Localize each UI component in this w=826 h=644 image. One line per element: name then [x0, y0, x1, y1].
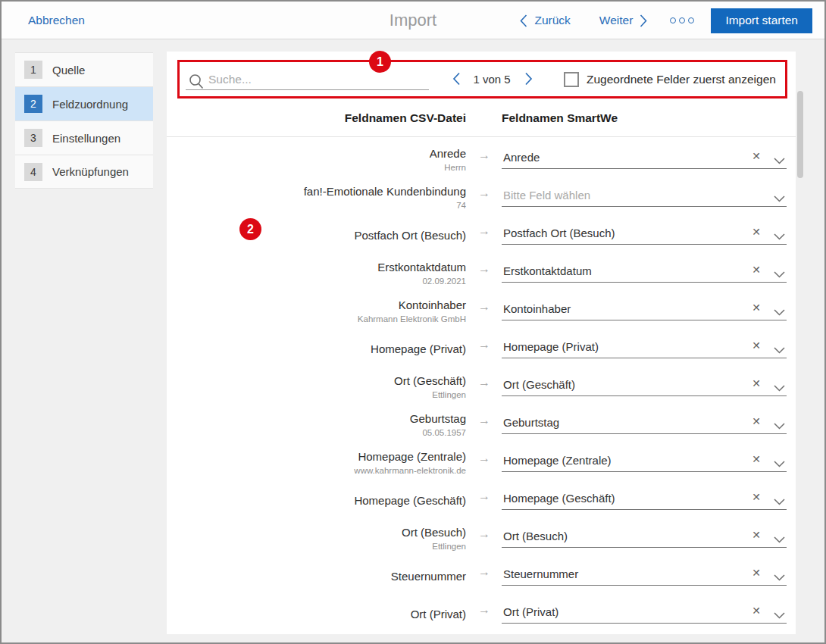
smartwe-field-value: Postfach Ort (Besuch)	[502, 227, 615, 239]
mapping-arrow-icon: →	[472, 603, 496, 617]
csv-field-cell: Homepage (Geschäft)	[182, 483, 466, 517]
mapping-row: Erstkontaktdatum 02.09.2021 → Erstkontak…	[167, 255, 796, 293]
more-options-icon	[670, 17, 676, 23]
csv-sample-value: www.kahrmann-elektronik.de	[354, 464, 466, 477]
mapping-row: Homepage (Geschäft) → Homepage (Geschäft…	[167, 483, 796, 521]
page-previous-button[interactable]	[452, 72, 461, 89]
mapping-arrow-icon: →	[472, 300, 496, 314]
mapping-arrow-icon: →	[472, 527, 496, 541]
chevron-down-icon[interactable]	[774, 571, 785, 584]
start-import-button[interactable]: Import starten	[711, 8, 812, 33]
more-options-icon	[679, 17, 685, 23]
smartwe-field-dropdown[interactable]: Ort (Besuch) ✕	[502, 524, 787, 548]
smartwe-field-value: Homepage (Privat)	[502, 340, 599, 353]
chevron-down-icon[interactable]	[774, 154, 785, 167]
step-label: Verknüpfungen	[52, 165, 129, 178]
mapping-arrow-icon: →	[472, 376, 496, 389]
clear-mapping-icon[interactable]: ✕	[752, 453, 761, 465]
csv-field-name: Ort (Geschäft)	[394, 373, 466, 389]
csv-sample-value: Ettlingen	[432, 540, 466, 552]
column-header-smartwe: Feldnamen SmartWe	[502, 111, 618, 125]
csv-field-cell: Ort (Besuch) Ettlingen	[182, 521, 466, 555]
more-options-button[interactable]	[670, 17, 694, 23]
smartwe-field-dropdown[interactable]: Geburtstag ✕	[502, 411, 787, 434]
clear-mapping-icon[interactable]: ✕	[752, 605, 761, 617]
smartwe-field-dropdown[interactable]: Steuernummer ✕	[502, 562, 787, 586]
clear-mapping-icon[interactable]: ✕	[752, 491, 761, 503]
clear-mapping-icon[interactable]: ✕	[752, 226, 761, 238]
clear-mapping-icon[interactable]: ✕	[752, 150, 761, 162]
scrollbar-thumb[interactable]	[797, 91, 803, 178]
mapping-arrow-icon: →	[472, 489, 496, 503]
chevron-down-icon[interactable]	[774, 343, 785, 357]
import-window: Abbrechen Import Zurück Weiter Import st…	[0, 0, 826, 644]
clear-mapping-icon[interactable]: ✕	[752, 377, 761, 389]
smartwe-field-dropdown[interactable]: Bitte Feld wählen	[502, 183, 787, 207]
chevron-down-icon[interactable]	[774, 381, 785, 395]
sidebar-step-einstellungen[interactable]: 3 Einstellungen	[15, 120, 153, 155]
field-mapping-panel: 1 von 5 Zugeordnete Felder zuerst anzeig…	[167, 52, 796, 634]
clear-mapping-icon[interactable]: ✕	[752, 529, 761, 541]
chevron-down-icon[interactable]	[774, 267, 785, 281]
mapping-arrow-icon: →	[472, 338, 496, 352]
chevron-down-icon[interactable]	[774, 533, 785, 546]
cancel-button[interactable]: Abbrechen	[28, 2, 85, 39]
topbar-actions: Zurück Weiter Import starten	[520, 2, 812, 39]
page-next-button[interactable]	[524, 72, 533, 89]
csv-field-name: Postfach Ort (Besuch)	[354, 227, 466, 243]
mapping-arrow-icon: →	[472, 262, 496, 276]
smartwe-field-dropdown[interactable]: Homepage (Geschäft) ✕	[502, 486, 787, 510]
csv-sample-value: 74	[456, 199, 466, 211]
csv-field-name: Ort (Privat)	[411, 606, 466, 622]
smartwe-field-value: Bitte Feld wählen	[502, 189, 590, 202]
clear-mapping-icon[interactable]: ✕	[752, 302, 761, 314]
chevron-down-icon[interactable]	[774, 457, 785, 470]
search-input[interactable]	[208, 70, 424, 89]
mapped-fields-first-checkbox[interactable]	[564, 72, 579, 87]
chevron-down-icon[interactable]	[774, 495, 785, 508]
annotation-badge-1: 1	[369, 51, 391, 73]
chevron-right-icon	[640, 14, 647, 27]
chevron-down-icon[interactable]	[774, 608, 785, 622]
csv-field-name: Anrede	[430, 145, 466, 161]
smartwe-field-dropdown[interactable]: Kontoinhaber ✕	[502, 297, 787, 320]
step-label: Einstellungen	[52, 132, 120, 145]
sidebar-step-quelle[interactable]: 1 Quelle	[15, 52, 153, 86]
clear-mapping-icon[interactable]: ✕	[752, 339, 761, 352]
chevron-down-icon[interactable]	[774, 305, 785, 319]
annotation-badge-2: 2	[239, 218, 261, 240]
csv-field-cell: Erstkontaktdatum 02.09.2021	[182, 255, 466, 290]
smartwe-field-dropdown[interactable]: Ort (Geschäft) ✕	[502, 373, 787, 396]
smartwe-field-dropdown[interactable]: Postfach Ort (Besuch) ✕	[502, 221, 787, 245]
chevron-down-icon[interactable]	[774, 419, 785, 433]
chevron-down-icon[interactable]	[774, 192, 785, 205]
mapping-rows: Anrede Herrn → Anrede ✕ fan!-Emotionale …	[167, 142, 796, 634]
next-button[interactable]: Weiter	[599, 14, 648, 27]
clear-mapping-icon[interactable]: ✕	[752, 264, 761, 276]
sidebar-step-verknüpfungen[interactable]: 4 Verknüpfungen	[15, 155, 153, 189]
back-button-label: Zurück	[534, 14, 570, 27]
toolbar-highlight-box: 1 von 5 Zugeordnete Felder zuerst anzeig…	[177, 60, 787, 98]
sidebar-step-feldzuordnung[interactable]: 2 Feldzuordnung	[15, 86, 153, 120]
csv-field-name: fan!-Emotionale Kundenbindung	[304, 183, 466, 199]
smartwe-field-dropdown[interactable]: Homepage (Zentrale) ✕	[502, 449, 787, 472]
clear-mapping-icon[interactable]: ✕	[752, 567, 761, 579]
next-button-label: Weiter	[599, 14, 634, 27]
mapping-arrow-icon: →	[472, 452, 496, 465]
csv-field-cell: Postfach Ort (Besuch)	[182, 217, 466, 252]
csv-field-name: Geburtstag	[410, 411, 466, 427]
csv-field-cell: Ort (Geschäft) Ettlingen	[182, 369, 466, 404]
smartwe-field-dropdown[interactable]: Ort (Privat) ✕	[502, 600, 787, 624]
clear-mapping-icon[interactable]: ✕	[752, 415, 761, 427]
column-header-csv: Feldnamen CSV-Datei	[345, 111, 466, 125]
smartwe-field-dropdown[interactable]: Erstkontaktdatum ✕	[502, 259, 787, 283]
back-button[interactable]: Zurück	[520, 14, 570, 27]
csv-field-cell: Geburtstag 05.05.1957	[182, 407, 466, 442]
smartwe-field-value: Ort (Besuch)	[502, 530, 568, 542]
smartwe-field-value: Steuernummer	[502, 567, 578, 580]
smartwe-field-dropdown[interactable]: Homepage (Privat) ✕	[502, 335, 787, 358]
chevron-down-icon[interactable]	[774, 230, 785, 243]
csv-field-cell: Steuernummer	[182, 558, 466, 593]
csv-field-cell: Kontoinhaber Kahrmann Elektronik GmbH	[182, 293, 466, 328]
smartwe-field-dropdown[interactable]: Anrede ✕	[502, 145, 787, 169]
